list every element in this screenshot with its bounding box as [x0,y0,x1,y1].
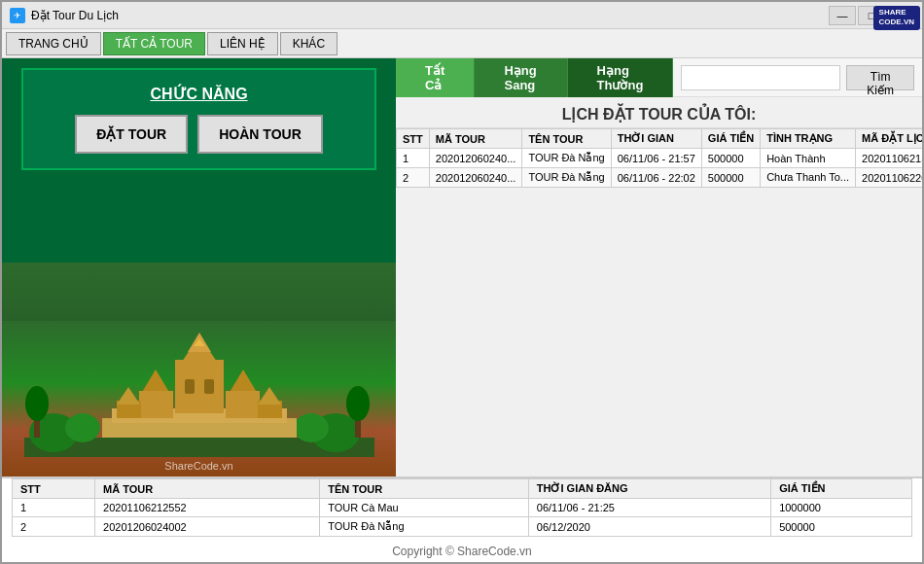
title-bar-left: ✈ Đặt Tour Du Lịch [10,8,119,23]
btcol-stt: STT [13,479,95,499]
col-ten-tour: TÊN TOUR [522,129,611,149]
cell-stt: 2 [397,168,430,188]
cell-ten-tour: TOUR Cà Mau [320,499,529,517]
bottom-table-body: 1 20201106212552 TOUR Cà Mau 06/11/06 - … [13,499,912,537]
cell-ma-tour: 202012060240... [429,168,522,188]
svg-rect-13 [226,391,260,418]
title-bar-title: Đặt Tour Du Lịch [31,9,119,22]
top-table-header-row: STT MÃ TOUR TÊN TOUR THỜI GIAN GIÁ TIỀN … [397,129,923,149]
copyright: Copyright © ShareCode.vn [2,537,922,564]
col-thoi-gian: THỜI GIAN [611,129,701,149]
cell-ten-tour: TOUR Đà Nẵng [320,517,529,537]
filter-tab-hang-sang[interactable]: Hạng Sang [475,58,567,97]
search-toolbar: Tất Cả Hạng Sang Hạng Thường Tìm Kiếm [396,58,922,97]
cell-gia-tien: 500000 [771,517,912,537]
hoan-tour-button[interactable]: HOÀN TOUR [197,115,323,154]
search-button[interactable]: Tìm Kiếm [846,65,914,90]
cell-thoi-gian: 06/11/06 - 22:02 [611,168,701,188]
svg-rect-12 [139,391,173,418]
search-input-area: Tìm Kiếm [673,65,922,90]
svg-rect-20 [204,379,214,394]
cell-gia-tien: 1000000 [771,499,912,517]
cell-ma-dat: 202011062202... [856,168,922,188]
cell-tinh-trang: Hoàn Thành [761,149,856,168]
search-input[interactable] [681,65,840,90]
cell-tinh-trang: Chưa Thanh To... [761,168,856,188]
cell-thoi-gian: 06/11/06 - 21:25 [528,499,770,517]
chuc-nang-box: CHỨC NĂNG ĐẶT TOUR HOÀN TOUR [21,68,376,170]
list-item[interactable]: 1 20201106212552 TOUR Cà Mau 06/11/06 - … [13,499,912,517]
cell-stt: 1 [13,499,95,517]
bottom-table-header: STT MÃ TOUR TÊN TOUR THỜI GIAN ĐĂNG GIÁ … [13,479,912,499]
cell-thoi-gian: 06/11/06 - 21:57 [611,149,701,168]
nav-bar: TRANG CHỦ TẤT CẢ TOUR LIÊN HỆ KHÁC [2,29,922,58]
btcol-gia-tien: GIÁ TIỀN [771,479,912,499]
app-icon: ✈ [10,8,25,23]
svg-marker-11 [229,370,258,394]
cell-ma-tour: 20201106212552 [95,499,320,517]
svg-marker-17 [117,387,140,405]
cell-stt: 2 [13,517,95,537]
cell-stt: 1 [397,149,430,168]
col-tinh-trang: TÌNH TRẠNG [761,129,856,149]
top-table-area: STT MÃ TOUR TÊN TOUR THỜI GIAN GIÁ TIỀN … [396,128,922,476]
dat-tour-button[interactable]: ĐẶT TOUR [75,115,188,154]
bottom-section: STT MÃ TOUR TÊN TOUR THỜI GIAN ĐĂNG GIÁ … [2,476,922,537]
left-panel: CHỨC NĂNG ĐẶT TOUR HOÀN TOUR [2,58,396,476]
top-section: CHỨC NĂNG ĐẶT TOUR HOÀN TOUR [2,58,922,476]
col-stt: STT [397,129,430,149]
temple-svg [24,331,374,457]
btcol-thoi-gian: THỜI GIAN ĐĂNG [528,479,770,499]
cell-ma-tour: 202012060240... [429,149,522,168]
svg-point-22 [25,386,49,421]
cell-ten-tour: TOUR Đà Nẵng [522,149,611,168]
table-row[interactable]: 1 202012060240... TOUR Đà Nẵng 06/11/06 … [397,149,923,168]
title-bar: ✈ Đặt Tour Du Lịch SHARE CODE.VN — □ ✕ [2,2,922,29]
right-panel: Tất Cả Hạng Sang Hạng Thường Tìm Kiếm LỊ… [396,58,922,476]
temple-watermark: ShareCode.vn [164,460,232,472]
bottom-table-wrapper: STT MÃ TOUR TÊN TOUR THỜI GIAN ĐĂNG GIÁ … [2,478,922,537]
sharecode-logo: SHARE CODE.VN [873,6,920,30]
table-row[interactable]: 2 202012060240... TOUR Đà Nẵng 06/11/06 … [397,168,923,188]
svg-point-24 [346,386,370,421]
temple-background [2,263,396,476]
bottom-table: STT MÃ TOUR TÊN TOUR THỜI GIAN ĐĂNG GIÁ … [12,478,912,537]
svg-marker-18 [258,387,281,405]
top-table: STT MÃ TOUR TÊN TOUR THỜI GIAN GIÁ TIỀN … [396,128,922,188]
svg-point-3 [65,413,100,442]
svg-point-4 [294,413,329,442]
top-table-body: 1 202012060240... TOUR Đà Nẵng 06/11/06 … [397,149,923,188]
svg-marker-10 [141,370,170,394]
nav-item-tat-ca-tour[interactable]: TẤT CẢ TOUR [103,32,205,55]
list-item[interactable]: 2 20201206024002 TOUR Đà Nẵng 06/12/2020… [13,517,912,537]
col-ma-tour: MÃ TOUR [429,129,522,149]
top-table-header: STT MÃ TOUR TÊN TOUR THỜI GIAN GIÁ TIỀN … [397,129,923,149]
nav-item-trang-chu[interactable]: TRANG CHỦ [6,32,101,55]
cell-ma-dat: 202011062157... [856,149,922,168]
chuc-nang-title: CHỨC NĂNG [38,85,360,103]
temple-container [2,331,396,457]
col-gia-tien: GIÁ TIỀN [701,129,760,149]
cell-gia-tien: 500000 [701,149,760,168]
bottom-table-header-row: STT MÃ TOUR TÊN TOUR THỜI GIAN ĐĂNG GIÁ … [13,479,912,499]
filter-tab-hang-thuong[interactable]: Hạng Thường [568,58,674,97]
nav-item-lien-he[interactable]: LIÊN HỆ [207,32,278,55]
svg-rect-7 [175,360,224,413]
col-ma-dat: MÃ ĐẶT LỊCH [856,129,922,149]
minimize-button[interactable]: — [829,6,856,25]
cell-gia-tien: 500000 [701,168,760,188]
btcol-ten-tour: TÊN TOUR [320,479,529,499]
nav-item-khac[interactable]: KHÁC [280,32,338,55]
full-layout: CHỨC NĂNG ĐẶT TOUR HOÀN TOUR [2,58,922,564]
cell-ten-tour: TOUR Đà Nẵng [522,168,611,188]
cell-thoi-gian: 06/12/2020 [528,517,770,537]
filter-tab-tat-ca[interactable]: Tất Cả [396,58,475,97]
svg-rect-19 [185,379,195,394]
cell-ma-tour: 20201206024002 [95,517,320,537]
chuc-nang-buttons: ĐẶT TOUR HOÀN TOUR [38,115,360,154]
lich-dat-title: LỊCH ĐẶT TOUR CỦA TÔI: [396,97,922,128]
btcol-ma-tour: MÃ TOUR [95,479,320,499]
